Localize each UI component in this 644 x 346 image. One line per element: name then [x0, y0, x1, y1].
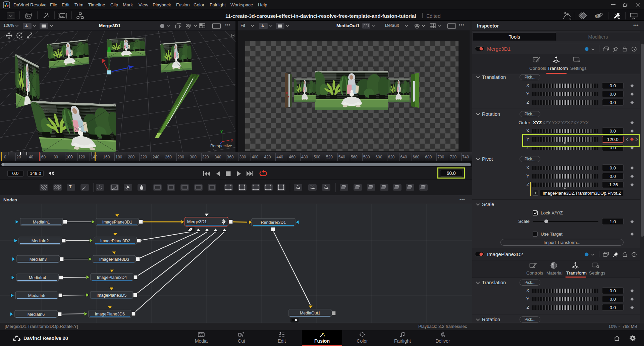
svg-text:MediaIn6: MediaIn6	[28, 312, 45, 317]
svg-text:Renderer3D1: Renderer3D1	[261, 220, 286, 225]
svg-text:B: B	[596, 15, 599, 18]
svg-text:MediaOut1: MediaOut1	[300, 311, 320, 315]
svg-text:MediaIn4: MediaIn4	[29, 276, 46, 280]
svg-text:MediaIn1: MediaIn1	[33, 220, 50, 225]
svg-text:X: X	[231, 138, 233, 142]
svg-text:Merge3D1: Merge3D1	[187, 219, 207, 224]
svg-text:MediaIn5: MediaIn5	[28, 293, 45, 298]
svg-text:ImagePlane3D1: ImagePlane3D1	[102, 220, 132, 225]
svg-text:ImagePlane3D3: ImagePlane3D3	[99, 257, 129, 262]
svg-text:ImagePlane3D4: ImagePlane3D4	[97, 275, 127, 280]
svg-text:MediaIn3: MediaIn3	[30, 257, 47, 262]
svg-text:ImagePlane3D5: ImagePlane3D5	[97, 293, 127, 298]
svg-text:ImagePlane3D2: ImagePlane3D2	[100, 239, 130, 243]
svg-text:Perspective: Perspective	[210, 144, 232, 148]
svg-text:Y: Y	[220, 130, 223, 134]
svg-text:ImagePlane3D6: ImagePlane3D6	[95, 312, 125, 316]
svg-text:MediaIn2: MediaIn2	[32, 239, 49, 243]
